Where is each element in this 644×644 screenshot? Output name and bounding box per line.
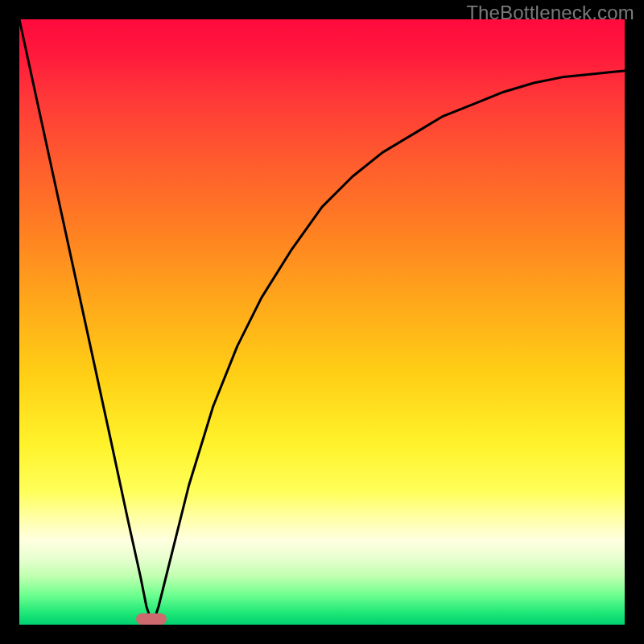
- watermark-text: TheBottleneck.com: [466, 2, 634, 24]
- chart-curve: [19, 19, 625, 625]
- chart-minimum-marker: [136, 613, 167, 625]
- chart-curve-svg: [19, 19, 625, 625]
